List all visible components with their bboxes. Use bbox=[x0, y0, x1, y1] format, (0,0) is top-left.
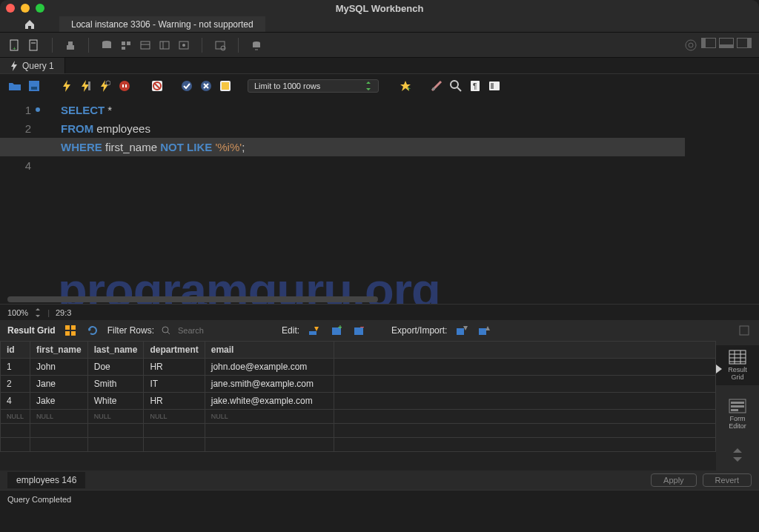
svg-rect-48 bbox=[457, 328, 464, 335]
nav-arrows-icon[interactable] bbox=[732, 447, 743, 465]
sql-editor[interactable]: 1 2 3 4 SELECT * FROM employees WHERE fi… bbox=[0, 98, 759, 304]
refresh-icon[interactable] bbox=[85, 323, 100, 338]
revert-button[interactable]: Revert bbox=[703, 473, 752, 487]
autocommit-icon[interactable] bbox=[218, 79, 233, 93]
horizontal-scrollbar[interactable] bbox=[7, 296, 378, 302]
export-icon[interactable] bbox=[454, 323, 469, 338]
svg-rect-17 bbox=[253, 43, 260, 47]
svg-rect-30 bbox=[222, 82, 229, 90]
svg-rect-39 bbox=[71, 325, 76, 330]
wrap-icon[interactable]: ¶ bbox=[468, 79, 483, 93]
svg-point-42 bbox=[162, 327, 168, 333]
query-tab[interactable]: Query 1 bbox=[0, 58, 65, 73]
svg-text:+: + bbox=[13, 45, 16, 52]
svg-rect-21 bbox=[31, 87, 37, 90]
table-row-null[interactable]: NULLNULLNULLNULLNULL bbox=[1, 410, 716, 424]
db-icon-1[interactable] bbox=[99, 38, 114, 53]
column-header[interactable]: id bbox=[1, 342, 30, 359]
result-grid-tab[interactable]: Result Grid bbox=[716, 345, 759, 385]
import-icon[interactable] bbox=[477, 323, 491, 338]
new-sql-file-icon[interactable]: + bbox=[7, 38, 22, 53]
db-icon-2[interactable] bbox=[119, 38, 133, 53]
column-header[interactable]: email bbox=[205, 342, 334, 359]
grid-view-icon[interactable] bbox=[63, 323, 78, 338]
commit-icon[interactable] bbox=[179, 79, 194, 93]
limit-dropdown-label: Limit to 1000 rows bbox=[254, 82, 320, 90]
cursor-position: 29:3 bbox=[56, 308, 71, 317]
execute-current-icon[interactable] bbox=[79, 79, 93, 93]
rollback-icon[interactable] bbox=[199, 79, 213, 93]
invisible-chars-icon[interactable] bbox=[448, 79, 463, 93]
column-header[interactable]: last_name bbox=[87, 342, 144, 359]
line-gutter: 1 2 3 4 bbox=[0, 98, 44, 304]
code-area[interactable]: SELECT * FROM employees WHERE first_name… bbox=[61, 101, 685, 176]
open-file-icon[interactable] bbox=[7, 79, 22, 93]
reconnect-icon[interactable] bbox=[249, 38, 264, 53]
svg-rect-11 bbox=[160, 41, 169, 49]
search-icon[interactable] bbox=[213, 38, 228, 53]
find-icon[interactable] bbox=[429, 79, 444, 93]
table-row[interactable]: 4JakeWhiteHRjake.white@example.com bbox=[1, 393, 716, 410]
column-header[interactable]: first_name bbox=[30, 342, 88, 359]
svg-rect-49 bbox=[479, 328, 486, 335]
svg-point-27 bbox=[182, 81, 192, 91]
beautify-icon[interactable]: + bbox=[398, 79, 413, 93]
stop-icon[interactable] bbox=[117, 79, 132, 93]
maximize-window-button[interactable] bbox=[36, 4, 44, 13]
svg-rect-40 bbox=[65, 331, 70, 336]
result-grid-label: Result Grid bbox=[7, 325, 56, 336]
svg-point-23 bbox=[106, 81, 110, 85]
panel-right-icon[interactable] bbox=[737, 38, 752, 48]
svg-point-33 bbox=[451, 81, 458, 88]
save-file-icon[interactable] bbox=[27, 79, 42, 93]
limit-dropdown[interactable]: Limit to 1000 rows bbox=[248, 79, 379, 93]
panel-left-icon[interactable] bbox=[701, 38, 716, 48]
svg-rect-10 bbox=[141, 41, 150, 49]
query-tab-label: Query 1 bbox=[22, 61, 54, 71]
table-row[interactable]: 2JaneSmithITjane.smith@example.com bbox=[1, 376, 716, 393]
svg-text:+: + bbox=[407, 85, 411, 92]
panel-bottom-icon[interactable] bbox=[719, 38, 734, 48]
result-sidepanel: Result Grid Form Editor bbox=[716, 341, 759, 471]
zoom-level[interactable]: 100% bbox=[7, 308, 28, 317]
delete-row-icon[interactable]: − bbox=[351, 323, 366, 338]
connection-tab[interactable]: Local instance 3306 - Warning - not supp… bbox=[59, 16, 265, 32]
column-header[interactable]: department bbox=[144, 342, 205, 359]
explain-icon[interactable] bbox=[98, 79, 113, 93]
db-icon-5[interactable] bbox=[176, 38, 191, 53]
connection-tab-row: Local instance 3306 - Warning - not supp… bbox=[0, 16, 759, 33]
add-row-icon[interactable]: + bbox=[329, 323, 344, 338]
filter-input[interactable] bbox=[178, 326, 237, 335]
search-glass-icon bbox=[162, 326, 170, 335]
result-grid[interactable]: idfirst_namelast_namedepartmentemail 1Jo… bbox=[0, 341, 716, 471]
table-row[interactable]: 1JohnDoeHRjohn.doe@example.com bbox=[1, 359, 716, 376]
snippets-icon[interactable] bbox=[487, 79, 502, 93]
close-window-button[interactable] bbox=[6, 4, 15, 13]
svg-rect-37 bbox=[491, 83, 494, 89]
lightning-icon bbox=[10, 61, 18, 71]
svg-point-18 bbox=[686, 40, 696, 50]
status-text: Query Completed bbox=[7, 495, 71, 504]
apply-button[interactable]: Apply bbox=[651, 473, 697, 487]
svg-point-32 bbox=[432, 87, 435, 90]
gear-icon[interactable] bbox=[683, 38, 698, 53]
home-button[interactable] bbox=[0, 16, 59, 32]
result-toolbar: Result Grid Filter Rows: Edit: + − Expor… bbox=[0, 320, 759, 341]
minimize-window-button[interactable] bbox=[21, 4, 30, 13]
execute-icon[interactable] bbox=[59, 79, 74, 93]
no-limit-icon[interactable] bbox=[150, 79, 165, 93]
db-icon-4[interactable] bbox=[157, 38, 172, 53]
form-editor-tab[interactable]: Form Editor bbox=[716, 394, 759, 434]
svg-rect-9 bbox=[122, 47, 125, 50]
svg-rect-22 bbox=[88, 82, 90, 90]
collapse-arrow-icon[interactable] bbox=[716, 365, 722, 373]
result-footer: employees 146 Apply Revert bbox=[0, 471, 759, 490]
inspector-icon[interactable] bbox=[63, 38, 78, 53]
db-icon-3[interactable] bbox=[138, 38, 153, 53]
edit-row-icon[interactable] bbox=[307, 323, 322, 338]
open-sql-file-icon[interactable] bbox=[27, 38, 42, 53]
export-import-label: Export/Import: bbox=[391, 325, 447, 336]
svg-rect-38 bbox=[65, 325, 70, 330]
result-tab-label[interactable]: employees 146 bbox=[7, 472, 85, 488]
wrap-cell-icon[interactable] bbox=[737, 323, 752, 338]
